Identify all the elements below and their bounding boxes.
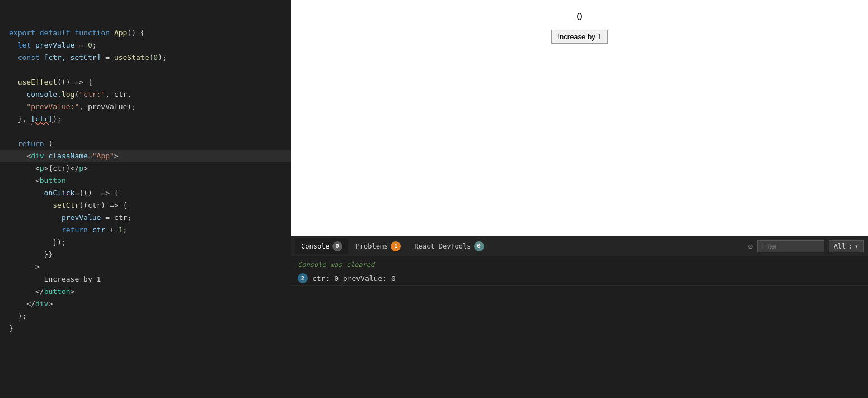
code-line: let prevValue = 0; bbox=[0, 39, 291, 51]
code-line: useEffect(() => { bbox=[0, 76, 291, 88]
code-line: }); bbox=[0, 236, 291, 249]
devtools-badge: 0 bbox=[474, 241, 484, 251]
code-line: const [ctr, setCtr] = useState(0); bbox=[0, 51, 291, 64]
right-panel: 0 Increase by 1 Console 0 Problems 1 Rea… bbox=[291, 0, 868, 398]
problems-badge: 1 bbox=[391, 241, 401, 251]
code-line: </button> bbox=[0, 285, 291, 298]
code-line: ); bbox=[0, 310, 291, 322]
code-editor: export default function App() { let prev… bbox=[0, 0, 291, 398]
code-line: export default function App() { bbox=[0, 27, 291, 39]
code-line: }} bbox=[0, 249, 291, 261]
devtools-tab-label: React DevTools bbox=[414, 242, 471, 250]
tab-devtools[interactable]: React DevTools 0 bbox=[409, 238, 489, 254]
console-tabs-bar: Console 0 Problems 1 React DevTools 0 ⊘ … bbox=[291, 236, 868, 256]
console-content: Console was cleared 2 ctr: 0 prevValue: … bbox=[291, 256, 868, 398]
log-text: ctr: 0 prevValue: 0 bbox=[312, 274, 396, 283]
clear-console-icon[interactable]: ⊘ bbox=[748, 242, 752, 251]
problems-tab-label: Problems bbox=[356, 242, 388, 250]
tab-console[interactable]: Console 0 bbox=[295, 238, 348, 254]
filter-dropdown-separator: : bbox=[848, 242, 852, 250]
console-cleared-message: Console was cleared bbox=[291, 259, 868, 271]
code-line: onClick={() => { bbox=[0, 187, 291, 199]
code-line: } bbox=[0, 322, 291, 335]
filter-area: ⊘ All : ▾ bbox=[748, 240, 864, 252]
console-badge: 0 bbox=[332, 241, 342, 251]
code-line: <div className="App"> bbox=[0, 150, 291, 162]
code-line: return ( bbox=[0, 138, 291, 150]
code-line: console.log("ctr:", ctr, bbox=[0, 88, 291, 101]
tab-problems[interactable]: Problems 1 bbox=[350, 238, 407, 254]
chevron-down-icon: ▾ bbox=[855, 242, 858, 250]
code-line: Increase by 1 bbox=[0, 273, 291, 285]
code-line: prevValue = ctr; bbox=[0, 212, 291, 224]
code-line: "prevValue:", prevValue); bbox=[0, 101, 291, 113]
code-line: > bbox=[0, 261, 291, 273]
code-line: <p>{ctr}</p> bbox=[0, 162, 291, 175]
code-line bbox=[0, 125, 291, 138]
code-line: </div> bbox=[0, 298, 291, 310]
code-line: }, [ctr]); bbox=[0, 113, 291, 125]
filter-dropdown[interactable]: All : ▾ bbox=[829, 240, 864, 252]
code-line: <button bbox=[0, 175, 291, 187]
console-tab-label: Console bbox=[301, 242, 330, 250]
code-line bbox=[0, 64, 291, 76]
filter-input[interactable] bbox=[757, 240, 824, 252]
preview-area: 0 Increase by 1 bbox=[291, 0, 868, 236]
code-lines: export default function App() { let prev… bbox=[0, 0, 291, 337]
filter-dropdown-label: All bbox=[834, 242, 846, 250]
log-count-badge: 2 bbox=[298, 273, 308, 283]
counter-display: 0 bbox=[576, 11, 582, 23]
code-line: return ctr + 1; bbox=[0, 224, 291, 236]
console-panel: Console 0 Problems 1 React DevTools 0 ⊘ … bbox=[291, 236, 868, 398]
console-log-entry: 2 ctr: 0 prevValue: 0 bbox=[291, 271, 868, 286]
code-line: setCtr((ctr) => { bbox=[0, 199, 291, 212]
increase-button[interactable]: Increase by 1 bbox=[551, 30, 607, 44]
